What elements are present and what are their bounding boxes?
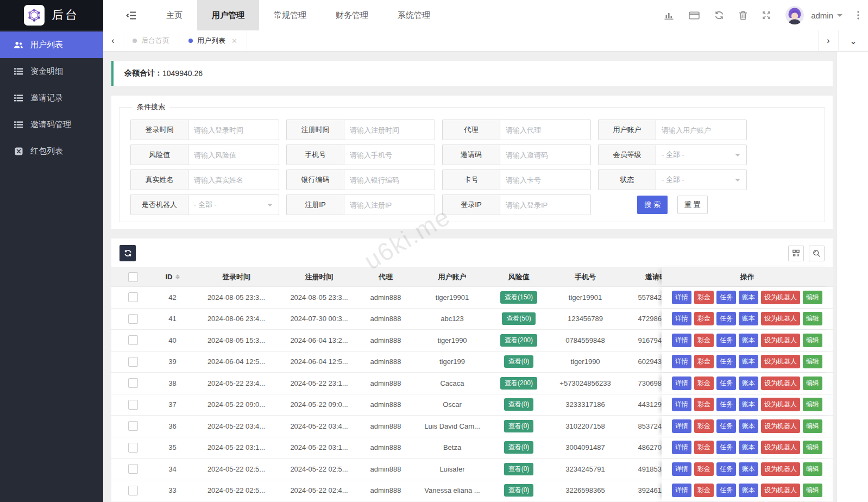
field-input[interactable] — [188, 120, 279, 140]
table-refresh-button[interactable] — [119, 245, 136, 261]
field-input[interactable] — [500, 145, 591, 165]
set-robot-button[interactable]: 设为机器人 — [761, 484, 800, 497]
edit-button[interactable]: 编辑 — [803, 355, 822, 368]
field-select[interactable]: - 全部 - — [656, 145, 747, 165]
set-robot-button[interactable]: 设为机器人 — [761, 462, 800, 476]
risk-view-badge[interactable]: 查看(0) — [504, 398, 534, 411]
field-input[interactable] — [344, 145, 435, 165]
detail-button[interactable]: 详情 — [672, 291, 691, 304]
risk-view-badge[interactable]: 查看(0) — [504, 441, 534, 454]
task-button[interactable]: 任务 — [716, 312, 736, 325]
row-checkbox[interactable] — [128, 443, 138, 453]
field-input[interactable] — [344, 120, 435, 140]
ledger-button[interactable]: 账本 — [739, 291, 758, 304]
detail-button[interactable]: 详情 — [672, 355, 691, 368]
edit-button[interactable]: 编辑 — [803, 398, 822, 411]
detail-button[interactable]: 详情 — [672, 419, 691, 433]
edit-button[interactable]: 编辑 — [803, 484, 822, 497]
table-search-button[interactable] — [809, 246, 825, 261]
tab-close-icon[interactable]: ✕ — [231, 37, 237, 45]
chart-icon[interactable] — [664, 11, 674, 20]
risk-view-badge[interactable]: 查看(0) — [504, 484, 534, 497]
avatar[interactable] — [785, 6, 804, 24]
set-robot-button[interactable]: 设为机器人 — [761, 334, 800, 347]
tabs-scroll-left-icon[interactable]: ‹ — [103, 30, 123, 51]
ledger-button[interactable]: 账本 — [739, 355, 758, 368]
detail-button[interactable]: 详情 — [672, 462, 691, 476]
topnav-item[interactable]: 常规管理 — [259, 0, 321, 30]
bonus-button[interactable]: 彩金 — [694, 334, 714, 347]
edit-button[interactable]: 编辑 — [803, 334, 822, 347]
risk-view-badge[interactable]: 查看(200) — [500, 377, 537, 390]
row-checkbox[interactable] — [128, 335, 138, 345]
sidebar-collapse-icon[interactable] — [103, 0, 152, 30]
task-button[interactable]: 任务 — [716, 355, 736, 368]
header-id[interactable]: ID — [155, 267, 190, 286]
field-input[interactable] — [344, 194, 435, 215]
sidebar-item[interactable]: 红包列表 — [0, 138, 103, 165]
row-checkbox[interactable] — [128, 464, 138, 474]
bonus-button[interactable]: 彩金 — [694, 355, 714, 368]
reset-button[interactable]: 重 置 — [677, 196, 708, 214]
bonus-button[interactable]: 彩金 — [694, 462, 714, 476]
row-checkbox[interactable] — [128, 314, 138, 324]
bonus-button[interactable]: 彩金 — [694, 441, 714, 454]
ledger-button[interactable]: 账本 — [739, 484, 758, 497]
sidebar-item[interactable]: 邀请记录 — [0, 85, 103, 111]
expand-icon[interactable] — [762, 11, 771, 20]
bonus-button[interactable]: 彩金 — [694, 419, 714, 433]
set-robot-button[interactable]: 设为机器人 — [761, 419, 800, 433]
row-checkbox[interactable] — [128, 421, 138, 431]
columns-toggle-button[interactable] — [788, 246, 804, 261]
field-select[interactable]: - 全部 - — [656, 170, 747, 190]
field-input[interactable] — [500, 170, 591, 190]
bonus-button[interactable]: 彩金 — [694, 291, 714, 304]
ledger-button[interactable]: 账本 — [739, 334, 758, 347]
risk-view-badge[interactable]: 查看(200) — [500, 334, 537, 347]
edit-button[interactable]: 编辑 — [803, 376, 822, 390]
bonus-button[interactable]: 彩金 — [694, 376, 714, 390]
trash-icon[interactable] — [739, 11, 747, 20]
task-button[interactable]: 任务 — [716, 376, 736, 390]
field-input[interactable] — [188, 145, 279, 165]
detail-button[interactable]: 详情 — [672, 312, 691, 325]
sidebar-item[interactable]: 资金明细 — [0, 58, 103, 85]
set-robot-button[interactable]: 设为机器人 — [761, 376, 800, 390]
user-menu[interactable]: admin — [811, 11, 842, 20]
risk-view-badge[interactable]: 查看(0) — [504, 463, 534, 475]
set-robot-button[interactable]: 设为机器人 — [761, 355, 800, 368]
ledger-button[interactable]: 账本 — [739, 441, 758, 454]
task-button[interactable]: 任务 — [716, 441, 736, 454]
refresh-icon[interactable] — [714, 11, 724, 20]
kebab-icon[interactable] — [857, 11, 859, 20]
risk-view-badge[interactable]: 查看(50) — [502, 312, 535, 325]
edit-button[interactable]: 编辑 — [803, 419, 822, 433]
set-robot-button[interactable]: 设为机器人 — [761, 398, 800, 411]
row-checkbox[interactable] — [128, 486, 138, 495]
ledger-button[interactable]: 账本 — [739, 312, 758, 325]
select-all-checkbox[interactable] — [128, 272, 138, 282]
field-input[interactable] — [500, 120, 591, 140]
tabs-scroll-right-icon[interactable]: › — [818, 30, 838, 51]
edit-button[interactable]: 编辑 — [803, 441, 822, 454]
ledger-button[interactable]: 账本 — [739, 419, 758, 433]
sidebar-item[interactable]: 邀请码管理 — [0, 111, 103, 138]
tabs-menu-icon[interactable]: ⌄ — [838, 30, 868, 51]
topnav-item[interactable]: 系统管理 — [383, 0, 445, 30]
set-robot-button[interactable]: 设为机器人 — [761, 312, 800, 325]
detail-button[interactable]: 详情 — [672, 376, 691, 390]
task-button[interactable]: 任务 — [716, 484, 736, 497]
field-input[interactable] — [656, 120, 747, 140]
ledger-button[interactable]: 账本 — [739, 462, 758, 476]
topnav-item[interactable]: 主页 — [152, 0, 197, 30]
edit-button[interactable]: 编辑 — [803, 462, 822, 476]
detail-button[interactable]: 详情 — [672, 441, 691, 454]
sidebar-item[interactable]: 用户列表 — [0, 32, 103, 58]
task-button[interactable]: 任务 — [716, 334, 736, 347]
tab[interactable]: 后台首页 — [123, 30, 179, 51]
task-button[interactable]: 任务 — [716, 462, 736, 476]
search-button[interactable]: 搜 索 — [637, 196, 668, 214]
row-checkbox[interactable] — [128, 400, 138, 410]
field-input[interactable] — [188, 170, 279, 190]
risk-view-badge[interactable]: 查看(150) — [500, 291, 537, 304]
